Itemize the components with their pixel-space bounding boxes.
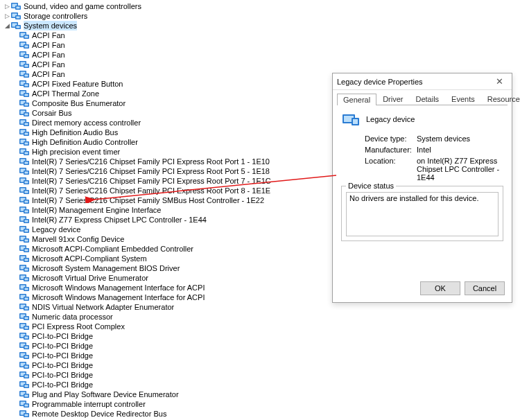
device-icon <box>19 109 29 117</box>
tree-device[interactable]: PCI-to-PCI Bridge <box>1 380 520 390</box>
cancel-button[interactable]: Cancel <box>465 281 505 295</box>
tree-device[interactable]: PCI Express Root Complex <box>1 322 520 331</box>
device-label: PCI-to-PCI Bridge <box>32 351 93 360</box>
svg-rect-27 <box>25 65 28 67</box>
svg-rect-119 <box>25 288 28 290</box>
device-icon <box>19 225 29 234</box>
device-label: Remote Desktop Device Redirector Bus <box>32 409 166 419</box>
device-icon <box>19 70 29 78</box>
svg-rect-95 <box>25 230 28 232</box>
device-label: Microsoft Windows Management Interface f… <box>32 292 205 302</box>
device-label: Legacy device <box>32 225 80 234</box>
device-label: Intel(R) 7 Series/C216 Chipset Family PC… <box>32 176 271 186</box>
ok-button[interactable]: OK <box>420 281 460 295</box>
svg-rect-79 <box>25 191 28 193</box>
device-icon <box>19 167 29 175</box>
device-label: Intel(R) Z77 Express Chipset LPC Control… <box>32 215 207 225</box>
tree-device[interactable]: NDIS Virtual Network Adapter Enumerator <box>1 302 520 312</box>
svg-rect-43 <box>25 104 28 106</box>
close-icon[interactable]: ✕ <box>491 76 508 87</box>
tree-device[interactable]: Remote Desktop Device Redirector Bus <box>1 409 520 419</box>
device-icon <box>19 361 29 369</box>
tree-category[interactable]: ▷Storage controllers <box>1 11 520 21</box>
device-type-value: System devices <box>417 134 503 143</box>
device-label: Intel(R) 7 Series/C216 Chipset Family PC… <box>32 157 270 166</box>
dialog-titlebar[interactable]: Legacy device Properties ✕ <box>333 73 512 90</box>
device-icon <box>19 245 29 253</box>
tree-device[interactable]: PCI-to-PCI Bridge <box>1 341 520 351</box>
svg-rect-151 <box>25 366 28 368</box>
device-status-text[interactable]: No drivers are installed for this device… <box>346 192 499 236</box>
tab-general[interactable]: General <box>337 94 376 105</box>
svg-rect-87 <box>25 211 28 213</box>
tab-driver[interactable]: Driver <box>376 93 409 105</box>
device-icon <box>19 89 29 98</box>
tree-device[interactable]: ACPI Fan <box>1 30 520 40</box>
device-label: ACPI Fixed Feature Button <box>32 79 123 89</box>
category-label: Storage controllers <box>24 11 87 21</box>
tab-panel-general: Legacy device Device type: System device… <box>337 105 508 245</box>
category-icon <box>11 21 21 30</box>
svg-rect-99 <box>25 240 28 242</box>
tree-category[interactable]: ◢System devices <box>1 21 520 30</box>
category-label: Sound, video and game controllers <box>24 1 141 11</box>
svg-rect-83 <box>25 201 28 203</box>
location-value: on Intel(R) Z77 Express Chipset LPC Cont… <box>417 157 503 182</box>
device-status-label: Device status <box>346 182 396 190</box>
svg-rect-3 <box>17 7 20 9</box>
svg-rect-23 <box>25 55 28 58</box>
category-label: System devices <box>24 21 77 30</box>
device-icon <box>19 283 29 292</box>
device-icon <box>19 303 29 311</box>
expand-icon[interactable]: ▷ <box>3 2 11 10</box>
tab-resources[interactable]: Resources <box>481 93 520 105</box>
svg-rect-111 <box>25 269 28 271</box>
tree-device[interactable]: Programmable interrupt controller <box>1 399 520 409</box>
svg-rect-103 <box>25 250 28 252</box>
tree-category[interactable]: ▷Sound, video and game controllers <box>1 1 520 11</box>
device-icon <box>19 177 29 185</box>
tree-device[interactable]: PCI-to-PCI Bridge <box>1 331 520 341</box>
svg-rect-123 <box>25 298 28 300</box>
device-label: PCI-to-PCI Bridge <box>32 331 93 341</box>
device-label: ACPI Fan <box>32 60 65 69</box>
svg-rect-91 <box>25 220 28 222</box>
device-label: PCI Express Root Complex <box>32 322 125 331</box>
tree-device[interactable]: ACPI Fan <box>1 60 520 69</box>
svg-rect-51 <box>25 123 28 125</box>
expand-icon[interactable]: ▷ <box>3 12 11 20</box>
device-label: PCI-to-PCI Bridge <box>32 341 93 351</box>
device-icon <box>19 148 29 156</box>
svg-rect-163 <box>25 395 28 397</box>
collapse-icon[interactable]: ◢ <box>3 21 11 30</box>
device-icon <box>19 235 29 243</box>
device-icon <box>19 99 29 107</box>
tree-device[interactable]: PCI-to-PCI Bridge <box>1 351 520 360</box>
tree-device[interactable]: ACPI Fan <box>1 40 520 50</box>
tab-events[interactable]: Events <box>445 93 481 105</box>
properties-dialog: Legacy device Properties ✕ GeneralDriver… <box>332 73 512 303</box>
device-icon <box>19 216 29 224</box>
tab-details[interactable]: Details <box>409 93 445 105</box>
device-name: Legacy device <box>366 115 415 123</box>
device-label: Composite Bus Enumerator <box>32 98 125 108</box>
tree-device[interactable]: PCI-to-PCI Bridge <box>1 370 520 380</box>
tree-device[interactable]: Numeric data processor <box>1 312 520 322</box>
device-label: Direct memory access controller <box>32 118 141 128</box>
svg-rect-155 <box>25 376 28 378</box>
device-icon <box>19 157 29 166</box>
device-label: Microsoft System Management BIOS Driver <box>32 263 180 273</box>
tree-device[interactable]: Plug and Play Software Device Enumerator <box>1 390 520 399</box>
device-icon <box>19 51 29 59</box>
tree-device[interactable]: ACPI Fan <box>1 50 520 60</box>
svg-rect-7 <box>17 17 20 19</box>
device-icon <box>19 80 29 88</box>
device-label: Marvell 91xx Config Device <box>32 234 124 244</box>
device-label: Intel(R) 7 Series/C216 Chipset Family SM… <box>32 195 264 205</box>
tree-device[interactable]: PCI-to-PCI Bridge <box>1 360 520 370</box>
svg-rect-115 <box>25 279 28 281</box>
svg-rect-39 <box>25 94 28 96</box>
device-icon <box>19 274 29 282</box>
device-icon <box>19 264 29 272</box>
svg-rect-11 <box>17 26 20 28</box>
